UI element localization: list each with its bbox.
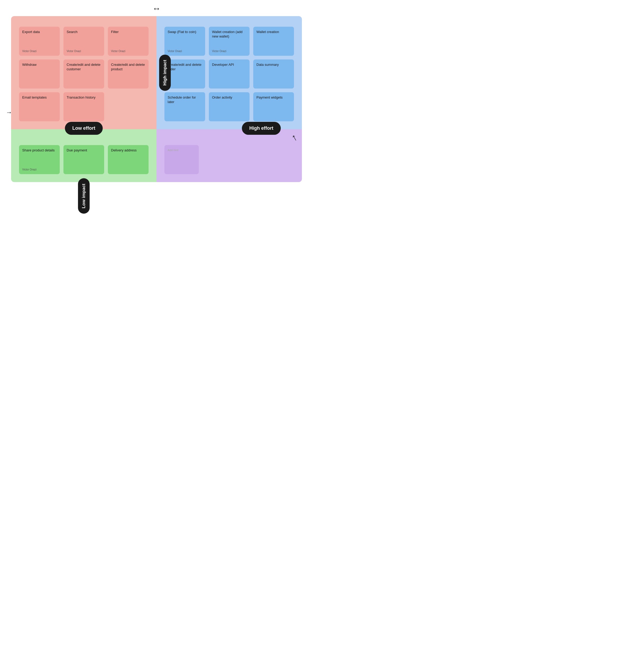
card-developer-api[interactable]: Developer API — [209, 59, 250, 89]
card-author — [168, 83, 202, 86]
high-impact-pill: High impact — [159, 54, 171, 91]
card-author — [168, 116, 202, 118]
card-data-summary[interactable]: Data summary — [253, 59, 294, 89]
high-effort-pill: High effort — [242, 122, 281, 135]
card-withdraw[interactable]: Withdraw — [19, 59, 60, 89]
bottom-right-cards: Add hint — [164, 137, 294, 174]
card-title: Due payment — [67, 148, 101, 153]
card-create-product[interactable]: Create/edit and delete product — [108, 59, 148, 89]
card-title: Data summary — [256, 63, 291, 67]
card-author: Victor Onazi — [212, 48, 247, 53]
card-author — [256, 83, 291, 86]
card-swap[interactable]: Swap (Fiat to coin) Victor Onazi — [164, 27, 205, 56]
card-title: Developer API — [212, 63, 247, 67]
card-author — [67, 169, 101, 171]
card-author — [22, 116, 56, 118]
card-payment-widgets[interactable]: Payment widgets — [253, 92, 294, 121]
quadrant-bottom-right: High effort ↑ Add hint — [157, 129, 302, 182]
card-title: Order activity — [212, 95, 247, 100]
card-filter[interactable]: Filter Victor Onazi — [108, 27, 148, 56]
card-author: Victor Onazi — [168, 48, 202, 53]
card-title: Create/edit and delete customer — [67, 63, 101, 72]
low-effort-pill: Low effort — [65, 122, 103, 135]
quadrant-top-right: Swap (Fiat to coin) Victor Onazi Wallet … — [157, 16, 302, 129]
card-add-hint[interactable]: Add hint — [164, 145, 199, 174]
card-search[interactable]: Search Victor Onazi — [64, 27, 104, 56]
card-author — [111, 169, 145, 171]
card-title: Delivery address — [111, 148, 145, 153]
card-due-payment[interactable]: Due payment — [64, 145, 104, 174]
card-schedule-order[interactable]: Schedule order for later — [164, 92, 205, 121]
card-title: Withdraw — [22, 63, 56, 67]
card-author — [67, 116, 101, 118]
card-delivery-address[interactable]: Delivery address — [108, 145, 148, 174]
card-author: Victor Onazi — [111, 48, 145, 53]
card-author — [212, 83, 247, 86]
card-title: Search — [67, 30, 101, 34]
card-title: Email templates — [22, 95, 56, 100]
card-author — [212, 116, 247, 118]
card-author: Victor Onazi — [22, 48, 56, 53]
card-author: Victor Onazi — [67, 48, 101, 53]
card-title: Transaction history — [67, 95, 101, 100]
card-wallet-creation-new[interactable]: Wallet creation (add new wallet) Victor … — [209, 27, 250, 56]
bottom-left-cards: Share product details Victor Onazi Due p… — [19, 142, 148, 174]
card-title: Add hint — [168, 148, 195, 152]
card-title: Swap (Fiat to coin) — [168, 30, 202, 34]
card-order-activity[interactable]: Order activity — [209, 92, 250, 121]
card-title: Create/edit and delete order — [168, 63, 202, 72]
card-transaction-history[interactable]: Transaction history — [64, 92, 104, 121]
card-title: Payment widgets — [256, 95, 291, 100]
card-email-templates[interactable]: Email templates — [19, 92, 60, 121]
card-title: Filter — [111, 30, 145, 34]
card-share-product[interactable]: Share product details Victor Onazi — [19, 145, 60, 174]
card-author — [256, 50, 291, 53]
card-title: Export data — [22, 30, 56, 34]
quadrant-top-left: Export data Victor Onazi Search Victor O… — [11, 16, 157, 129]
card-title: Share product details — [22, 148, 56, 153]
top-right-cards: Swap (Fiat to coin) Victor Onazi Wallet … — [164, 24, 294, 121]
top-left-cards: Export data Victor Onazi Search Victor O… — [19, 24, 148, 121]
card-title: Schedule order for later — [168, 95, 202, 104]
card-author — [22, 83, 56, 86]
horizontal-axis-arrow: ↔ — [0, 0, 313, 14]
quadrant-bottom-left: Low effort Share product details Victor … — [11, 129, 157, 182]
card-export-data[interactable]: Export data Victor Onazi — [19, 27, 60, 56]
card-author: Victor Onazi — [22, 166, 56, 171]
card-wallet-creation[interactable]: Wallet creation — [253, 27, 294, 56]
card-title: Wallet creation — [256, 30, 291, 34]
card-author — [67, 83, 101, 86]
card-create-customer[interactable]: Create/edit and delete customer — [64, 59, 104, 89]
low-impact-pill: Low impact — [78, 178, 90, 214]
card-author — [256, 116, 291, 118]
card-author — [111, 83, 145, 86]
card-title: Wallet creation (add new wallet) — [212, 30, 247, 39]
card-title: Create/edit and delete product — [111, 63, 145, 72]
